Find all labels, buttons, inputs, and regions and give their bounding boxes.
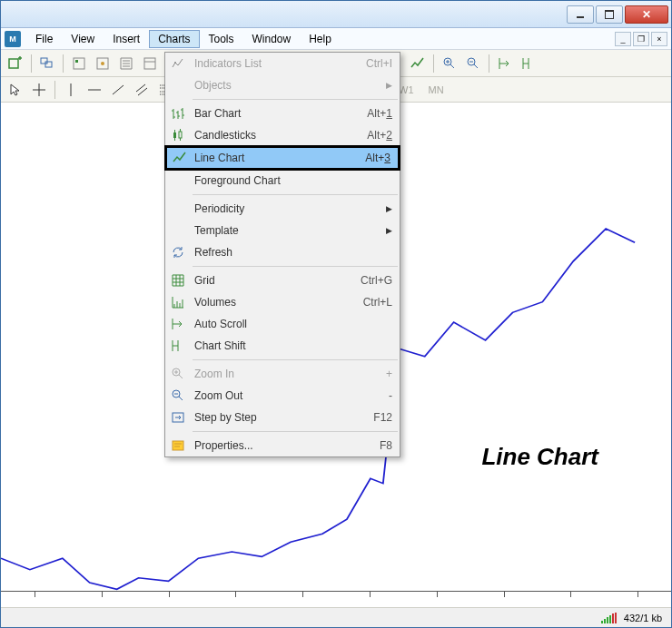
navigator-button[interactable] (115, 53, 137, 74)
svg-rect-19 (179, 132, 182, 138)
menu-file[interactable]: File (26, 30, 62, 48)
market-watch-button[interactable] (68, 53, 90, 74)
svg-rect-18 (173, 132, 176, 138)
menu-item-label: Chart Shift (194, 339, 246, 352)
chart-type-label: Line Chart (481, 443, 598, 471)
submenu-arrow-icon: ▶ (386, 204, 392, 213)
svg-rect-4 (75, 60, 78, 63)
charts-menu-dropdown: Indicators ListCtrl+IObjects▶Bar ChartAl… (164, 52, 400, 457)
menu-item-zoom-in: Zoom In+ (165, 363, 400, 385)
step-icon (170, 409, 186, 426)
svg-rect-0 (9, 59, 18, 68)
menu-item-step-by-step[interactable]: Step by StepF12 (165, 407, 400, 428)
menu-help[interactable]: Help (300, 30, 341, 48)
menu-item-template[interactable]: Template▶ (165, 220, 400, 241)
statusbar: 432/1 kb (1, 607, 671, 627)
menu-view[interactable]: View (62, 30, 104, 48)
x-axis (1, 591, 671, 607)
menu-item-grid[interactable]: GridCtrl+G (165, 270, 400, 291)
svg-rect-23 (173, 441, 183, 450)
indicators-icon (170, 55, 186, 72)
menu-window[interactable]: Window (243, 30, 301, 48)
menu-item-label: Volumes (194, 296, 236, 309)
menu-item-shortcut: Ctrl+I (366, 57, 392, 70)
timeframe-mn[interactable]: MN (421, 83, 451, 97)
trendline-button[interactable] (107, 79, 129, 101)
submenu-arrow-icon: ▶ (386, 226, 392, 235)
menu-item-label: Properties... (194, 439, 253, 452)
terminal-button[interactable] (139, 53, 161, 74)
connection-icon (601, 613, 617, 623)
menu-item-label: Auto Scroll (194, 318, 247, 330)
svg-point-17 (174, 62, 176, 64)
menu-insert[interactable]: Insert (104, 30, 149, 48)
bar-chart-icon (170, 105, 186, 122)
line-chart-icon (172, 150, 188, 166)
zoom-in-button[interactable] (439, 53, 460, 74)
submenu-arrow-icon: ▶ (386, 81, 392, 90)
svg-rect-3 (74, 58, 84, 69)
menu-item-chart-shift[interactable]: Chart Shift (165, 335, 400, 357)
menu-item-shortcut: Ctrl+L (363, 296, 392, 309)
menu-item-shortcut: Alt+1 (367, 107, 392, 120)
menu-separator (193, 431, 398, 432)
menu-separator (193, 359, 398, 360)
menu-item-label: Objects (194, 79, 232, 92)
horizontal-line-button[interactable] (84, 79, 105, 101)
mdi-restore-button[interactable]: ❐ (633, 32, 649, 46)
profiles-button[interactable] (36, 53, 58, 74)
channel-button[interactable] (131, 79, 153, 101)
toolbar-separator (433, 54, 434, 73)
cursor-button[interactable] (5, 79, 26, 101)
mdi-minimize-button[interactable]: _ (615, 32, 631, 46)
menu-item-label: Line Chart (194, 152, 244, 164)
menu-item-shortcut: Ctrl+G (361, 274, 392, 287)
volumes-icon (170, 294, 186, 310)
vertical-line-button[interactable] (60, 79, 82, 101)
app-icon: M (5, 31, 21, 47)
menu-item-candlesticks[interactable]: CandlesticksAlt+2 (165, 124, 400, 146)
zoom-out-icon (170, 388, 186, 404)
menu-item-shortcut: - (389, 389, 392, 402)
menu-item-objects: Objects▶ (165, 74, 400, 96)
menu-item-line-chart[interactable]: Line ChartAlt+3 (164, 145, 400, 171)
menu-item-shortcut: + (386, 368, 392, 380)
toolbar-separator (31, 54, 32, 73)
menu-item-label: Bar Chart (194, 107, 241, 120)
crosshair-button[interactable] (28, 79, 50, 101)
grid-icon (170, 272, 186, 289)
menu-item-shortcut: F12 (373, 411, 392, 424)
menu-item-zoom-out[interactable]: Zoom Out- (165, 385, 400, 407)
new-chart-button[interactable] (5, 53, 26, 74)
menu-item-bar-chart[interactable]: Bar ChartAlt+1 (165, 103, 400, 124)
menu-item-label: Foreground Chart (194, 174, 281, 187)
menu-tools[interactable]: Tools (200, 30, 243, 48)
window-minimize-button[interactable] (567, 5, 594, 24)
mdi-close-button[interactable]: × (651, 32, 667, 46)
window-maximize-button[interactable] (596, 5, 623, 24)
menu-separator (193, 266, 398, 267)
menu-charts[interactable]: Charts (149, 30, 199, 48)
menu-item-properties[interactable]: Properties...F8 (165, 435, 400, 456)
zoom-in-icon (170, 366, 186, 382)
menu-item-label: Zoom Out (194, 389, 242, 402)
toolbar-separator (54, 81, 55, 99)
autoscroll-button[interactable] (494, 53, 516, 74)
menu-item-label: Periodicity (194, 202, 244, 215)
zoom-out-button[interactable] (462, 53, 484, 74)
menu-item-volumes[interactable]: VolumesCtrl+L (165, 291, 400, 313)
toolbar-separator (63, 54, 64, 73)
svg-rect-1 (41, 58, 47, 64)
menu-item-shortcut: Alt+3 (365, 152, 390, 164)
chartshift-button[interactable] (518, 53, 539, 74)
menu-item-refresh[interactable]: Refresh (165, 241, 400, 263)
menu-item-label: Grid (194, 274, 215, 287)
menu-item-periodicity[interactable]: Periodicity▶ (165, 198, 400, 220)
menu-item-auto-scroll[interactable]: Auto Scroll (165, 313, 400, 335)
line-chart-button[interactable] (407, 53, 429, 74)
menu-separator (193, 194, 398, 195)
menu-item-foreground-chart[interactable]: Foreground Chart (165, 170, 400, 191)
menubar: M FileViewInsertChartsToolsWindowHelp _ … (1, 28, 671, 50)
data-window-button[interactable] (92, 53, 114, 74)
window-close-button[interactable] (625, 5, 668, 24)
